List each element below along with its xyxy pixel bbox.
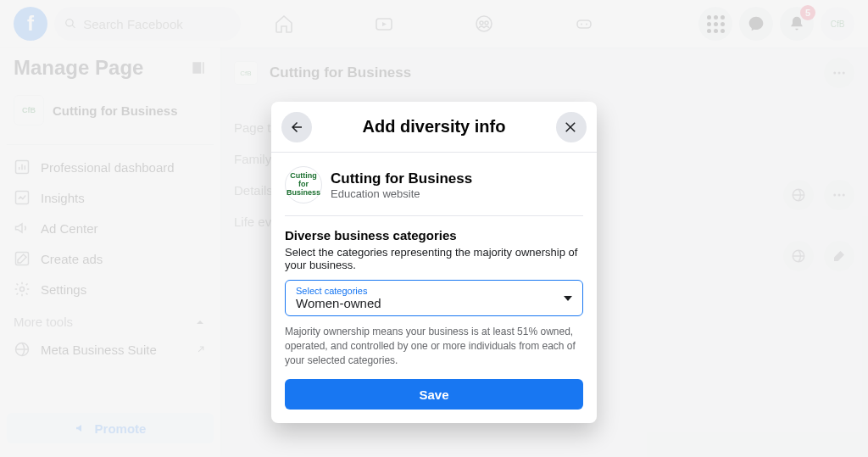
business-subtitle: Education website: [331, 187, 472, 200]
chevron-down-icon: [564, 296, 572, 301]
arrow-left-icon: [289, 120, 304, 135]
business-row: Cuttingfor Business Cutting for Business…: [285, 163, 583, 216]
categories-title: Diverse business categories: [285, 228, 583, 242]
select-label: Select categories: [296, 286, 554, 296]
save-button[interactable]: Save: [285, 379, 583, 410]
modal-body: Cuttingfor Business Cutting for Business…: [271, 153, 597, 423]
business-name: Cutting for Business: [331, 170, 472, 187]
close-button[interactable]: [556, 112, 587, 142]
ownership-note: Majority ownership means your business i…: [285, 325, 583, 367]
categories-select[interactable]: Select categories Women-owned: [285, 280, 583, 316]
modal-scrim[interactable]: Add diversity info Cuttingfor Business C…: [0, 0, 868, 457]
diversity-modal: Add diversity info Cuttingfor Business C…: [271, 102, 597, 423]
back-button[interactable]: [281, 112, 312, 142]
categories-desc: Select the categories representing the m…: [285, 246, 583, 271]
business-logo: Cuttingfor Business: [285, 166, 322, 203]
select-value: Women-owned: [296, 296, 554, 310]
modal-title: Add diversity info: [363, 117, 506, 137]
close-icon: [564, 120, 579, 135]
modal-header: Add diversity info: [271, 102, 597, 153]
